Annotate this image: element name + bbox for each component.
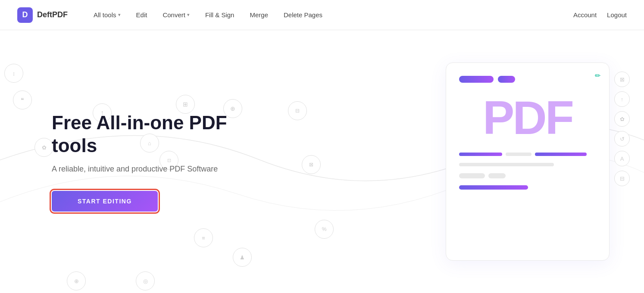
start-editing-button[interactable]: START EDITING xyxy=(52,191,158,212)
card-side-icon-2: ↑ xyxy=(614,91,630,107)
accent-bar-1 xyxy=(459,153,502,156)
card-side-icon-1: ⊠ xyxy=(614,72,630,87)
hero-content: Free All-in-one PDF tools A reliable, in… xyxy=(0,112,237,212)
card-side-icon-5: A xyxy=(614,151,630,166)
gray-bar-4 xyxy=(488,173,506,178)
nav-right: Account Logout xyxy=(573,11,627,19)
nav-item-deletepages[interactable]: Delete Pages xyxy=(284,11,322,19)
logo-text: DeftPDF xyxy=(37,10,68,19)
logout-link[interactable]: Logout xyxy=(607,11,627,19)
nav-item-edit[interactable]: Edit xyxy=(136,11,147,19)
account-link[interactable]: Account xyxy=(573,11,597,19)
hero-title: Free All-in-one PDF tools xyxy=(52,112,237,157)
chevron-down-icon: ▾ xyxy=(187,12,190,18)
gray-bar-3 xyxy=(459,173,485,178)
top-pills-row xyxy=(459,76,596,83)
pill-2 xyxy=(498,76,515,83)
gray-bar-1 xyxy=(506,153,531,156)
line-row-1 xyxy=(459,153,596,156)
gray-bar-2 xyxy=(459,163,554,166)
logo-icon: D xyxy=(17,7,33,23)
navbar: D DeftPDF All tools ▾ Edit Convert ▾ Fil… xyxy=(0,0,644,30)
pencil-icon: ✏ xyxy=(595,72,600,80)
pdf-preview-card: ✏ PDF ⊠ ↑ ✿ ↺ A ⊟ xyxy=(446,62,610,261)
card-side-icon-4: ↺ xyxy=(614,131,630,146)
card-side-icon-3: ✿ xyxy=(614,111,630,127)
accent-bar-3 xyxy=(459,185,528,190)
pill-1 xyxy=(459,76,494,83)
chevron-down-icon: ▾ xyxy=(118,12,121,18)
nav-item-fillsign[interactable]: Fill & Sign xyxy=(205,11,234,19)
hero-section: ❝ ↑ ⊞ ⊕ ⊟ ✿ ⌂ ⊡ ⊠ % ≡ ♟ ↕ ⊕ ◎ Free All-i… xyxy=(0,30,644,293)
nav-links: All tools ▾ Edit Convert ▾ Fill & Sign M… xyxy=(94,11,573,19)
accent-bar-2 xyxy=(535,153,587,156)
line-row-4 xyxy=(459,185,596,190)
hero-subtitle: A reliable, intuitive and productive PDF… xyxy=(52,165,237,174)
nav-item-merge[interactable]: Merge xyxy=(250,11,268,19)
nav-item-alltools[interactable]: All tools ▾ xyxy=(94,11,121,19)
line-row-2 xyxy=(459,163,596,166)
logo-area[interactable]: D DeftPDF xyxy=(17,7,68,23)
pdf-big-text: PDF xyxy=(459,94,596,141)
nav-item-convert[interactable]: Convert ▾ xyxy=(163,11,190,19)
card-sidebar: ⊠ ↑ ✿ ↺ A ⊟ xyxy=(614,72,630,186)
card-side-icon-6: ⊟ xyxy=(614,171,630,186)
line-row-3 xyxy=(459,173,596,178)
